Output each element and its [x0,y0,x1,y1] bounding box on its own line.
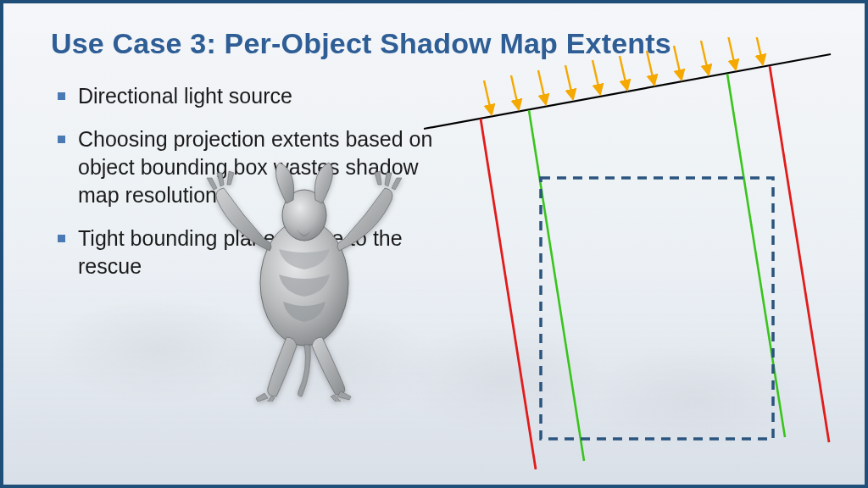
svg-line-9 [728,37,736,69]
svg-line-5 [620,56,627,90]
svg-line-13 [529,110,584,461]
svg-line-6 [647,51,654,85]
svg-line-4 [593,60,600,94]
bounding-box-rect [541,178,773,439]
svg-line-14 [727,74,785,437]
bbox-extent-lines [481,66,829,469]
svg-line-12 [770,66,829,442]
shadow-diagram [356,37,865,478]
light-plane-line [424,54,831,129]
svg-line-8 [701,41,709,75]
svg-line-10 [755,37,763,64]
svg-line-3 [565,65,573,99]
svg-line-1 [511,75,519,109]
light-arrows-group [484,37,763,114]
armadillo-model-icon [198,156,410,402]
svg-line-7 [674,46,682,80]
tight-extent-lines [529,74,785,461]
svg-line-0 [484,80,492,114]
svg-line-2 [538,70,546,104]
svg-line-11 [481,119,536,469]
